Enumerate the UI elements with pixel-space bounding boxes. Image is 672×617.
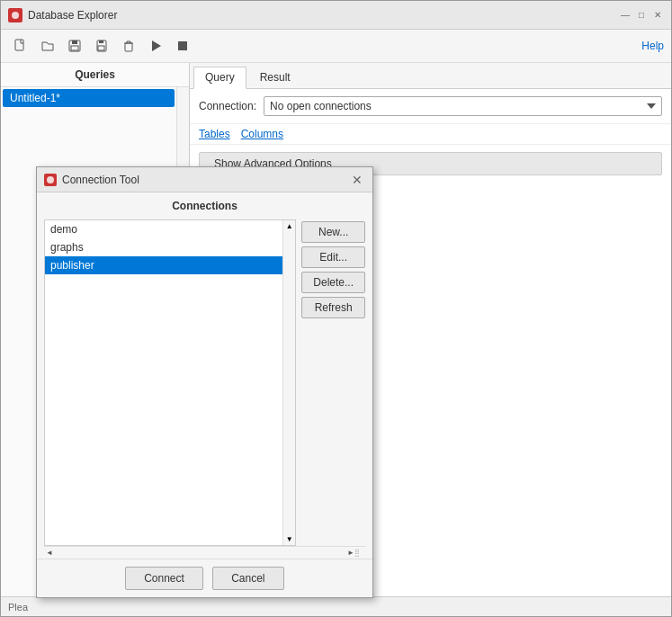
list-scrollbar[interactable]: ▲ ▼ [282, 220, 295, 545]
scroll-down-button[interactable]: ▼ [283, 533, 295, 545]
new-connection-button[interactable]: New... [301, 221, 365, 243]
horizontal-scroll-area: ◄ ► ⣿ [44, 546, 365, 559]
modal-title-bar: Connection Tool ✕ [37, 167, 372, 192]
modal-title-text: Connection Tool [62, 174, 139, 186]
modal-title-left: Connection Tool [44, 174, 139, 186]
edit-connection-button[interactable]: Edit... [301, 246, 365, 268]
cancel-button[interactable]: Cancel [212, 567, 284, 590]
modal-content: Connections demo graphs publisher ▲ ▼ Ne… [37, 192, 372, 559]
connection-item-publisher[interactable]: publisher [45, 256, 295, 274]
modal-footer: Connect Cancel [37, 559, 372, 597]
modal-icon [44, 174, 57, 186]
action-buttons: New... Edit... Delete... Refresh [301, 219, 365, 546]
svg-point-11 [47, 176, 54, 183]
connections-list: demo graphs publisher ▲ ▼ [44, 219, 296, 546]
modal-close-button[interactable]: ✕ [349, 172, 365, 188]
refresh-button[interactable]: Refresh [301, 297, 365, 318]
modal-window: Connection Tool ✕ Connections demo graph… [36, 166, 373, 598]
resize-handle[interactable]: ⣿ [354, 549, 363, 558]
connection-item-graphs[interactable]: graphs [45, 238, 295, 256]
horizontal-scroll-track[interactable] [55, 549, 345, 558]
connect-button[interactable]: Connect [125, 567, 203, 590]
scroll-up-button[interactable]: ▲ [283, 220, 295, 232]
connections-body: demo graphs publisher ▲ ▼ New... Edit...… [37, 219, 372, 546]
scroll-right-button[interactable]: ► [347, 549, 354, 557]
delete-connection-button[interactable]: Delete... [301, 272, 365, 293]
connections-header: Connections [37, 192, 372, 219]
modal-overlay: Connection Tool ✕ Connections demo graph… [0, 0, 672, 617]
scroll-left-button[interactable]: ◄ [46, 549, 53, 557]
connection-item-demo[interactable]: demo [45, 220, 295, 238]
